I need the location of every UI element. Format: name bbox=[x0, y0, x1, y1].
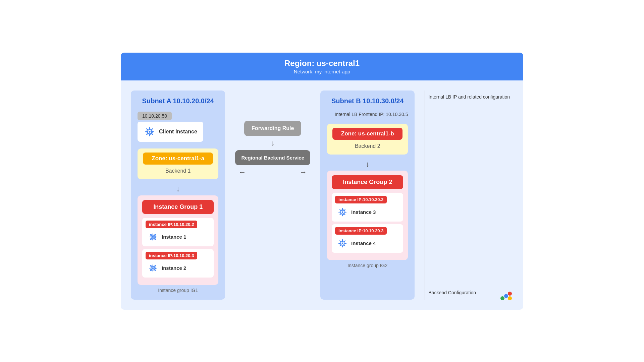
client-gear-icon bbox=[144, 126, 156, 138]
diagram-wrapper: Region: us-central1 Network: my-internet… bbox=[121, 53, 523, 310]
instance-3-icon bbox=[337, 207, 348, 218]
client-label: Client Instance bbox=[159, 129, 197, 135]
svg-point-55 bbox=[504, 294, 508, 298]
instance-4-row: Instance 4 bbox=[335, 237, 400, 250]
instance-2-label: Instance 2 bbox=[162, 265, 186, 271]
center-column: Forwarding Rule ↓ Regional Backend Servi… bbox=[235, 90, 310, 300]
svg-line-6 bbox=[147, 129, 148, 130]
svg-point-34 bbox=[342, 211, 343, 213]
svg-point-1 bbox=[149, 131, 150, 132]
svg-point-12 bbox=[152, 236, 154, 238]
region-header: Region: us-central1 Network: my-internet… bbox=[121, 53, 523, 80]
region-body: Subnet A 10.10.20.0/24 10.10.20.50 bbox=[121, 80, 523, 310]
arrow-to-ig2: ↓ bbox=[327, 160, 408, 169]
zone-a-box: Zone: us-central1-a Backend 1 bbox=[138, 148, 218, 179]
instance-2-entry: instance IP:10.10.20.3 bbox=[142, 249, 214, 278]
zone-b-header: Zone: us-central1-b bbox=[332, 128, 402, 140]
google-logo-svg bbox=[499, 289, 513, 303]
subnet-a-title: Subnet A 10.10.20.0/24 bbox=[138, 97, 218, 105]
instance-3-entry: instance IP:10.10.30.2 bbox=[332, 193, 403, 222]
annotation-panel: Internal LB IP and related configuration… bbox=[425, 90, 513, 300]
instance-4-entry: instance IP:10.10.30.3 bbox=[332, 224, 403, 253]
instance-1-icon bbox=[148, 232, 158, 242]
ig2-header: Instance Group 2 bbox=[332, 175, 403, 189]
svg-point-57 bbox=[508, 296, 512, 300]
backend-2-label: Backend 2 bbox=[332, 143, 402, 149]
zone-a-header: Zone: us-central1-a bbox=[143, 153, 213, 165]
instance-1-row: Instance 1 bbox=[146, 230, 210, 244]
subnet-b: Subnet B 10.10.30.0/24 Internal LB Front… bbox=[320, 90, 415, 300]
svg-point-56 bbox=[508, 292, 512, 296]
backend-config-annotation: Backend Configuration bbox=[428, 286, 510, 300]
instance-1-entry: instance IP:10.10.20.2 bbox=[142, 218, 214, 246]
zone-b-box: Zone: us-central1-b Backend 2 bbox=[327, 124, 408, 155]
arrow-to-backend2: → bbox=[300, 168, 307, 177]
page-container: Region: us-central1 Network: my-internet… bbox=[0, 0, 644, 362]
backend-1-label: Backend 1 bbox=[143, 168, 213, 174]
arrow-down-center: ↓ bbox=[271, 139, 275, 147]
svg-line-39 bbox=[340, 209, 341, 210]
network-subtitle: Network: my-internet-app bbox=[121, 69, 523, 74]
instance-1-label: Instance 1 bbox=[162, 234, 186, 240]
ig1-footer: Instance group IG1 bbox=[138, 288, 218, 293]
svg-line-17 bbox=[150, 234, 151, 235]
svg-point-45 bbox=[342, 242, 343, 244]
svg-line-50 bbox=[340, 241, 341, 242]
backend-service-box: Regional Backend Service bbox=[235, 150, 310, 165]
svg-point-23 bbox=[152, 267, 154, 269]
instance-2-icon bbox=[148, 263, 158, 274]
arrow-to-backend1: → bbox=[238, 168, 246, 177]
google-logo bbox=[499, 289, 513, 303]
instance-2-ip: instance IP:10.10.20.3 bbox=[146, 252, 197, 259]
region-title: Region: us-central1 bbox=[121, 59, 523, 68]
internal-lb-annotation: Internal LB IP and related configuration bbox=[428, 90, 510, 108]
forwarding-rule-box: Forwarding Rule bbox=[244, 121, 301, 136]
instance-1-ip: instance IP:10.10.20.2 bbox=[146, 221, 197, 228]
instance-4-label: Instance 4 bbox=[351, 240, 376, 246]
instance-4-icon bbox=[337, 238, 348, 249]
instance-3-label: Instance 3 bbox=[351, 209, 376, 215]
internal-lb-ip: Internal LB Frontend IP: 10.10.30.5 bbox=[327, 112, 408, 117]
ig1-header: Instance Group 1 bbox=[142, 200, 214, 214]
client-area: 10.10.20.50 bbox=[138, 112, 218, 142]
client-instance-box: Client Instance bbox=[138, 122, 203, 142]
instance-3-row: Instance 3 bbox=[335, 205, 400, 219]
ig2-footer: Instance group IG2 bbox=[327, 263, 408, 268]
instance-3-ip: instance IP:10.10.30.2 bbox=[335, 196, 387, 203]
instance-group-1: Instance Group 1 instance IP:10.10.20.2 bbox=[138, 195, 218, 285]
subnet-b-title: Subnet B 10.10.30.0/24 bbox=[327, 97, 408, 105]
instance-2-row: Instance 2 bbox=[146, 261, 210, 275]
client-ip: 10.10.20.50 bbox=[138, 112, 172, 120]
instance-group-2: Instance Group 2 instance IP:10.10.30.2 bbox=[327, 171, 408, 260]
arrow-to-ig1: ↓ bbox=[138, 185, 218, 193]
subnet-a: Subnet A 10.10.20.0/24 10.10.20.50 bbox=[131, 90, 225, 300]
svg-line-28 bbox=[150, 265, 151, 266]
instance-4-ip: instance IP:10.10.30.3 bbox=[335, 227, 387, 235]
svg-point-58 bbox=[500, 296, 504, 300]
